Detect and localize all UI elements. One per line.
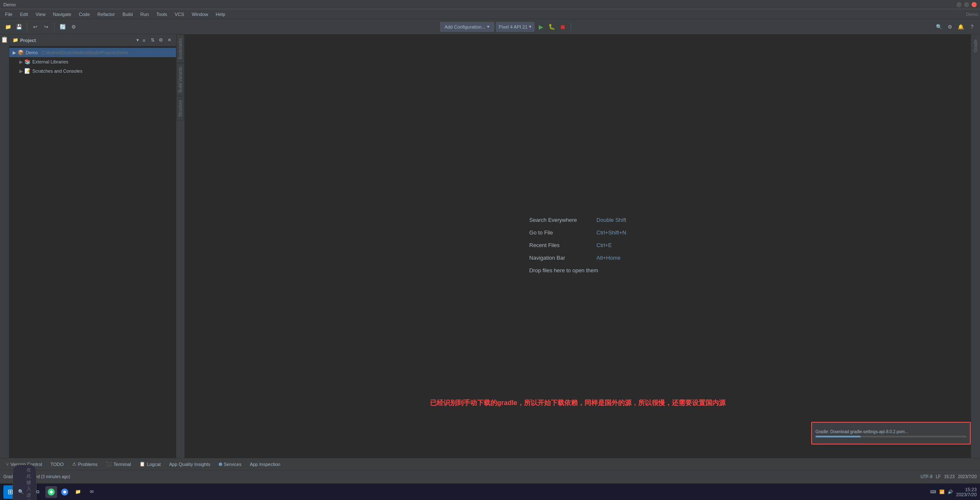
tree-item-demo[interactable]: ▶ 📦 Demo C:\AndroidStudio\AndroidStudioP… [9, 48, 176, 57]
title-bar-title: Demo [3, 2, 16, 7]
taskbar-search-btn[interactable]: 🔍 在此键入进行搜索 [18, 486, 30, 498]
toolbar-save-btn[interactable]: 💾 [14, 22, 24, 32]
terminal-icon: ⬛ [106, 461, 112, 467]
panel-header: 📁 Project ▾ ≡ ⇅ ⚙ ✕ [9, 34, 176, 46]
taskbar-icons: 🔍 在此键入进行搜索 ⧉ 📁 ✉ [18, 486, 928, 498]
bottom-tab-services[interactable]: Services [216, 461, 244, 468]
menu-view[interactable]: View [32, 11, 49, 18]
bottom-tab-logcat[interactable]: 📋 Logcat [137, 461, 163, 468]
tree-item-scratches[interactable]: ▶ 📝 Scratches and Consoles [9, 66, 176, 76]
panel-collapse-btn[interactable]: ≡ [141, 37, 147, 44]
taskbar-task-view-btn[interactable]: ⧉ [32, 486, 44, 498]
status-encoding[interactable]: UTF-8 [920, 474, 932, 479]
toolbar-right: 🔍 ⚙ 🔔 ? [935, 22, 977, 32]
right-vtab-gradle[interactable]: Gradle [972, 36, 979, 55]
toolbar-undo-btn[interactable]: ↩ [31, 22, 40, 32]
bottom-tab-problems[interactable]: ⚠ Problems [70, 461, 100, 468]
bottom-tab-app-inspection[interactable]: App Inspection [247, 461, 283, 468]
close-icon[interactable] [972, 2, 977, 7]
taskbar-network-icon[interactable]: 📶 [939, 489, 944, 494]
menu-window[interactable]: Window [189, 11, 212, 18]
toolbar-gear-btn[interactable]: ⚙ [946, 22, 955, 32]
status-date: 2023/7/20 [958, 474, 977, 479]
menu-run[interactable]: Run [137, 11, 152, 18]
panel-settings-btn[interactable]: ⚙ [157, 37, 164, 44]
app-inspection-label: App Inspection [250, 462, 280, 467]
taskbar-keyboard-icon[interactable]: ⌨ [930, 489, 936, 494]
welcome-row-recent: Recent Files Ctrl+E [529, 240, 626, 251]
search-placeholder-taskbar: 在此键入进行搜索 [26, 467, 31, 500]
problems-label: Problems [78, 462, 97, 467]
toolbar-open-btn[interactable]: 📁 [3, 22, 13, 32]
taskbar-app-mail[interactable]: ✉ [86, 486, 97, 498]
minimize-icon[interactable] [956, 2, 962, 7]
version-control-icon: ⑂ [6, 462, 9, 467]
vtab-structure[interactable]: Structure [176, 96, 184, 121]
menu-edit[interactable]: Edit [17, 11, 31, 18]
tree-item-external-libraries[interactable]: ▶ 📚 External Libraries [9, 57, 176, 66]
goto-file-label: Go to File [529, 227, 597, 238]
panel-dropdown-icon[interactable]: ▾ [136, 37, 139, 43]
right-sidebar: Gradle [971, 34, 980, 458]
tree-label-demo: Demo [26, 50, 38, 55]
bottom-tab-terminal[interactable]: ⬛ Terminal [103, 461, 134, 468]
menu-tools[interactable]: Tools [153, 11, 170, 18]
debug-button[interactable]: 🐛 [547, 22, 556, 32]
menu-build[interactable]: Build [119, 11, 136, 18]
navbar-label: Navigation Bar [529, 253, 597, 263]
tree-expand-icon: ▶ [13, 50, 16, 55]
panel-close-btn[interactable]: ✕ [166, 37, 173, 44]
tree-expand-icon-ext: ▶ [19, 59, 23, 65]
welcome-row-drop: Drop files here to open them [529, 265, 626, 276]
menu-navigate[interactable]: Navigate [50, 11, 74, 18]
left-sidebar-strip: 📋 [0, 34, 9, 458]
menu-bar: File Edit View Navigate Code Refactor Bu… [0, 9, 980, 19]
sidebar-project-icon[interactable]: 📋 [1, 36, 8, 43]
welcome-row-goto: Go to File Ctrl+Shift+N [529, 227, 626, 238]
drop-text: Drop files here to open them [529, 265, 598, 276]
stop-button[interactable]: ⏹ [558, 22, 567, 32]
add-config-label: Add Configuration... [445, 24, 485, 29]
toolbar-settings-btn[interactable]: ⚙ [69, 22, 78, 32]
terminal-label: Terminal [113, 462, 131, 467]
device-selector[interactable]: Pixel 4 API 21 ▾ [496, 22, 535, 32]
welcome-content: Search Everywhere Double Shift Go to Fil… [529, 215, 626, 278]
status-right: UTF-8 LF 15:23 2023/7/20 [920, 474, 977, 479]
vtab-build-variants[interactable]: Build Variants [176, 63, 184, 96]
menu-refactor[interactable]: Refactor [94, 11, 118, 18]
add-configuration-button[interactable]: Add Configuration... ▾ [440, 22, 494, 32]
menu-vcs[interactable]: VCS [171, 11, 188, 18]
taskbar-app-android-studio[interactable] [45, 486, 57, 498]
taskbar-volume-icon[interactable]: 🔊 [948, 489, 953, 494]
bottom-tab-app-quality[interactable]: App Quality Insights [167, 461, 213, 468]
recent-files-label: Recent Files [529, 240, 597, 251]
library-icon: 📚 [24, 59, 31, 65]
toolbar-help-btn[interactable]: ? [967, 22, 977, 32]
status-bar: Gradle sync started (3 minutes ago) UTF-… [0, 470, 980, 483]
taskbar-right: ⌨ 📶 🔊 15:23 2023/7/20 [930, 487, 977, 497]
services-dot [219, 463, 222, 466]
toolbar-search-btn[interactable]: 🔍 [935, 22, 944, 32]
taskbar-date-text: 2023/7/20 [956, 492, 977, 497]
taskbar-app-explorer[interactable]: 📁 [72, 486, 84, 498]
status-lf[interactable]: LF [936, 474, 941, 479]
vtab-bookmarks[interactable]: Bookmarks [176, 34, 184, 63]
toolbar-redo-btn[interactable]: ↪ [42, 22, 51, 32]
title-bar-controls [956, 2, 977, 7]
search-everywhere-label: Search Everywhere [529, 215, 597, 226]
status-time: 15:23 [944, 474, 954, 479]
search-icon-taskbar: 🔍 [18, 489, 24, 495]
taskbar-app-browser[interactable] [59, 486, 71, 498]
menu-file[interactable]: File [2, 11, 16, 18]
toolbar-sync-btn[interactable]: 🔄 [58, 22, 67, 32]
taskbar-time-text: 15:23 [956, 487, 977, 492]
menu-code[interactable]: Code [76, 11, 93, 18]
panel-sort-btn[interactable]: ⇅ [149, 37, 156, 44]
toolbar-notifications-btn[interactable]: 🔔 [956, 22, 966, 32]
search-everywhere-shortcut: Double Shift [597, 215, 626, 226]
menu-help[interactable]: Help [212, 11, 229, 18]
maximize-icon[interactable] [964, 2, 969, 7]
bottom-tab-todo[interactable]: TODO [48, 461, 66, 468]
toolbar-sep-1 [27, 23, 27, 31]
run-button[interactable]: ▶ [536, 22, 545, 32]
